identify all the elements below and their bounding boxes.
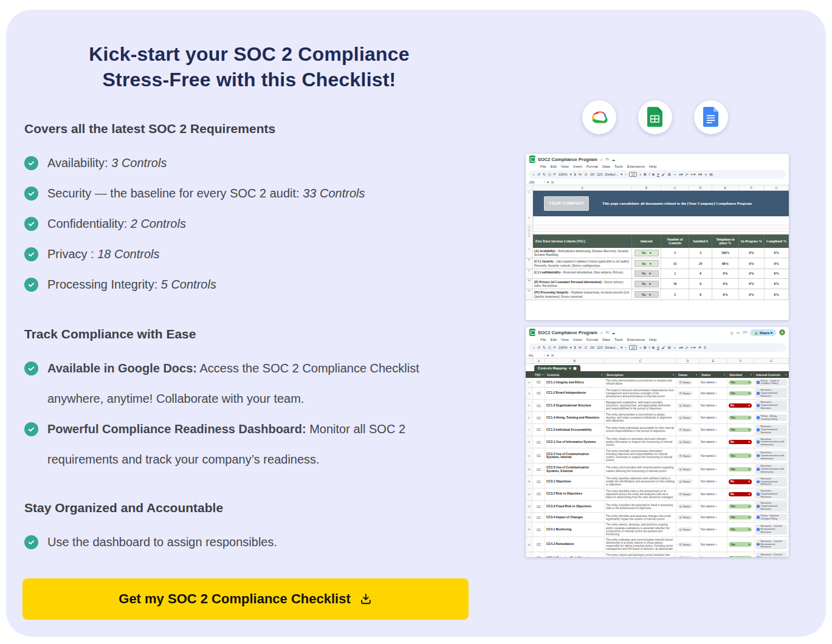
italic-icon: I: [648, 173, 650, 176]
owner-cell: Name: [676, 436, 700, 448]
column-header: Status▾: [700, 372, 727, 378]
owner-cell: Name: [676, 464, 700, 475]
owner-cell: Name: [676, 476, 700, 487]
track-heading: Track Compliance with Ease: [24, 327, 196, 341]
owner-cell: Name: [676, 448, 700, 462]
decimal-decrease-icon: .0: [584, 173, 587, 176]
currency-icon: $: [574, 346, 576, 349]
bold-icon: B: [644, 346, 646, 349]
sheet1-column-headers: A B C D E F G: [526, 185, 789, 191]
dropdown-arrow-icon: ▾: [569, 366, 571, 370]
completed-cell: 0%: [765, 289, 789, 299]
borders-icon: ⊞: [668, 173, 671, 176]
list-item-text: Processing Integrity: 5 Controls: [47, 269, 216, 300]
menu-item: Format: [586, 165, 598, 168]
row-number: 10: [526, 279, 533, 289]
landing-card: Kick-start your SOC 2 Compliance Stress-…: [6, 10, 826, 637]
plus-icon: +: [639, 346, 641, 349]
checkbox-icon: [757, 381, 760, 384]
move-folder-icon: 🗀: [605, 157, 609, 161]
font-size-box: 10: [629, 345, 636, 350]
list-item: Processing Integrity: 5 Controls: [24, 269, 468, 300]
control-cell: CC3.4 Impact of Changes: [545, 513, 605, 522]
get-checklist-button[interactable]: Get my SOC 2 Compliance Checklist: [22, 578, 469, 620]
internal-controls-chip: Policy - Hiring, Training Policy: [755, 414, 787, 422]
filter-icon: ▼: [698, 346, 701, 349]
description-cell: Management establishes, with board overs…: [605, 400, 676, 411]
row-number: 13: [526, 501, 533, 512]
checkbox-icon: [757, 493, 760, 496]
owner-chip: Name: [678, 403, 692, 408]
status-cell: Not started▾: [700, 412, 727, 423]
description-cell: The entity internally communicates infor…: [605, 448, 676, 462]
sheets-file-icon: [529, 156, 535, 163]
satisfied-cell: 3: [689, 248, 712, 258]
selected-dropdown: Yes▾: [634, 250, 659, 256]
criteria-cell: (PI) Processing Integrity - Payment tran…: [533, 289, 632, 299]
menu-item: Edit: [551, 165, 557, 168]
satisfied-cell: Yes▾: [727, 412, 754, 423]
align-icon: ≡▾: [679, 173, 682, 176]
description-cell: The entity selects and develops control …: [605, 552, 676, 557]
owner-cell: Name: [676, 412, 700, 423]
check-circle-icon: [24, 247, 38, 261]
tsc-cell: CC: [533, 513, 545, 522]
control-cell: CC4.2 Remediation: [545, 537, 605, 551]
person-icon: [679, 441, 682, 444]
table-row: 4 CC CC1.2 Board Independence The board …: [526, 388, 789, 400]
dropdown-arrow-icon: ▾: [715, 381, 717, 384]
satisfied-cell: 0: [689, 269, 712, 278]
tsc-cell: CC: [533, 412, 545, 423]
selected-dropdown: No▾: [634, 270, 659, 277]
table-row: 5 CC CC1.3 Organizational Structure Mana…: [526, 400, 789, 412]
titlebar-right: ◷ ▭ ⎚▾ 🔒 Share ▾ A: [730, 329, 785, 336]
num-controls-cell: 3: [661, 248, 689, 258]
description-cell: The entity communicates with external pa…: [605, 464, 676, 475]
fill-color-icon: 🖌: [662, 173, 665, 176]
criteria-cell: (P) Privacy (of Consumer Personal inform…: [533, 279, 632, 289]
table-row: 8 CC CC2.1 Use of Information Systems Th…: [526, 436, 789, 448]
tsc-cell: CC: [533, 488, 545, 500]
download-icon: [359, 592, 373, 606]
text-rotate-icon: A▾: [698, 173, 702, 176]
tsc-cell: CC: [533, 436, 545, 448]
internal-controls-chip: Narrative - Communication and Informatio…: [755, 464, 787, 474]
internal-controls-cell: Policy - System Change Policy: [754, 513, 789, 522]
control-cell: CC1.4 Hiring, Training and Retention: [545, 412, 605, 423]
menu-item: Help: [649, 338, 656, 341]
menu-item: Extensions: [627, 338, 645, 341]
strikethrough-icon: S: [652, 173, 655, 176]
in-progress-cell: 0%: [739, 258, 765, 268]
row-number: 12: [526, 488, 533, 500]
column-letter: C: [661, 185, 689, 190]
person-icon: [679, 543, 682, 546]
status-cell: Not started▾: [700, 388, 727, 399]
owner-chip: Name: [678, 428, 692, 432]
empty-cells: [533, 231, 789, 234]
column-letter: C: [605, 358, 676, 363]
person-icon: [679, 505, 682, 508]
requirements-list: Availability: 3 Controls Security — the …: [24, 148, 468, 300]
dropdown-arrow-icon: ▾: [749, 528, 750, 531]
description-cell: The entity specifies objectives with suf…: [605, 476, 676, 487]
track-list: Available in Google Docs: Access the SOC…: [24, 353, 468, 474]
dropdown-arrow-icon: ▾: [570, 346, 572, 349]
print-icon: ⎙: [548, 173, 551, 177]
menu-item: File: [540, 338, 546, 341]
sheet2-formula-bar: H1 ▾ fx: [526, 352, 789, 358]
control-cell: CC1.2 Board Independence: [545, 388, 605, 399]
row-number: 3: [526, 378, 533, 387]
selected-dropdown: Yes▾: [634, 260, 659, 267]
checkbox-icon: [757, 440, 760, 444]
row-number: 9: [526, 448, 533, 462]
owner-chip: Name: [678, 416, 692, 420]
percent-icon: %: [579, 346, 582, 349]
satisfied-cell: Yes▾: [727, 424, 754, 436]
in-progress-cell: 0%: [739, 279, 765, 289]
num-controls-cell: 5: [661, 289, 689, 299]
dropdown-arrow-icon: ▾: [715, 416, 717, 419]
dropdown-arrow-icon: ▾: [715, 454, 717, 457]
column-letter: B: [545, 358, 605, 363]
owner-chip: Name: [678, 527, 692, 532]
description-cell: The entity considers the potential for f…: [605, 501, 676, 512]
